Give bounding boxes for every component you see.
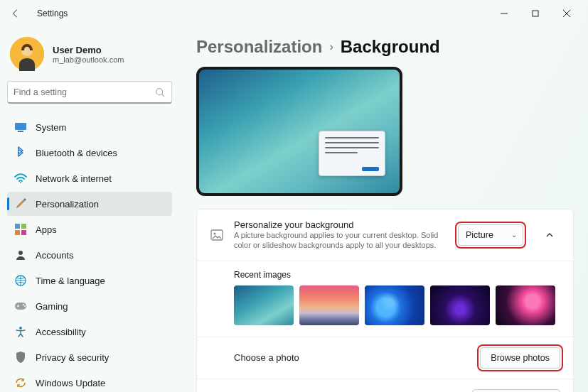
back-button[interactable] [6,4,26,23]
svg-rect-1 [533,11,538,16]
svg-rect-9 [18,131,23,132]
chevron-down-icon: ⌄ [511,231,517,239]
sidebar-item-network[interactable]: Network & internet [7,166,172,190]
close-button[interactable] [551,3,582,24]
wifi-icon [14,172,27,185]
dropdown-value: Picture [466,230,493,240]
sidebar-item-system[interactable]: System [7,115,172,139]
picture-icon [210,228,224,242]
accessibility-icon [14,325,27,338]
personalize-title: Personalize your background [234,219,448,230]
svg-line-7 [162,94,165,97]
breadcrumb: Personalization › Background [196,37,574,57]
recent-images-panel: Recent images [197,261,573,337]
sidebar-item-label: Gaming [36,301,68,312]
background-type-dropdown[interactable]: Picture ⌄ [458,224,523,246]
recent-image-thumb[interactable] [496,285,555,325]
sidebar-item-label: Network & internet [36,173,112,184]
browse-photos-button[interactable]: Browse photos [480,347,560,369]
collapse-button[interactable] [539,224,560,246]
system-icon [14,121,27,134]
breadcrumb-parent[interactable]: Personalization [196,37,322,57]
sidebar-item-apps[interactable]: Apps [7,217,172,241]
choose-fit-row: Choose a fit for your desktop image Fill… [197,379,573,392]
svg-rect-14 [21,230,26,235]
fit-dropdown[interactable]: Fill ⌄ [472,389,560,392]
sidebar-item-bluetooth[interactable]: Bluetooth & devices [7,141,172,165]
svg-rect-13 [15,230,20,235]
sidebar-item-personalization[interactable]: Personalization [7,192,172,216]
sidebar-item-label: Personalization [36,199,99,209]
user-name: User Demo [53,45,124,55]
avatar [10,37,44,71]
background-settings-card: Personalize your background A picture ba… [196,209,574,392]
globe-clock-icon [14,274,27,287]
recent-image-thumb[interactable] [365,285,424,325]
personalize-background-row: Personalize your background A picture ba… [197,209,573,261]
sidebar-item-label: Accounts [36,250,73,261]
browse-photos-label: Browse photos [491,353,550,363]
sidebar-item-accounts[interactable]: Accounts [7,243,172,267]
svg-rect-12 [21,224,26,229]
sidebar-item-label: System [36,122,66,133]
privacy-icon [14,351,27,364]
windows-update-icon [14,376,27,389]
breadcrumb-current: Background [341,37,440,57]
nav-list: System Bluetooth & devices Network & int… [7,115,172,392]
desktop-preview [196,67,402,196]
sidebar-item-label: Windows Update [36,378,105,388]
sidebar-item-label: Privacy & security [36,352,109,363]
maximize-button[interactable] [520,3,551,24]
bluetooth-icon [14,146,27,159]
svg-point-22 [214,232,216,234]
minimize-icon [501,10,508,17]
preview-window-icon [319,131,385,176]
sidebar-item-label: Apps [36,224,57,235]
chevron-right-icon: › [329,40,333,53]
svg-point-10 [20,182,21,183]
recent-image-thumb[interactable] [299,285,359,325]
choose-photo-label: Choose a photo [234,352,480,363]
search-field[interactable] [14,87,154,97]
recent-images-title: Recent images [234,270,560,280]
paintbrush-icon [14,197,27,210]
sidebar-item-label: Time & language [36,276,105,286]
content-area: Personalization › Background Personalize… [176,27,588,392]
svg-rect-11 [15,224,20,229]
search-input[interactable] [7,81,172,104]
recent-image-thumb[interactable] [430,285,490,325]
svg-point-18 [23,304,24,305]
sidebar-item-gaming[interactable]: Gaming [7,294,172,318]
choose-photo-row: Choose a photo Browse photos [197,337,573,379]
recent-images-list [234,285,560,325]
apps-icon [14,223,27,236]
gaming-icon [14,300,27,312]
personalize-subtitle: A picture background applies to your cur… [234,230,448,251]
sidebar-item-accessibility[interactable]: Accessibility [7,320,172,344]
svg-point-19 [24,305,26,307]
sidebar-item-privacy[interactable]: Privacy & security [7,345,172,369]
sidebar-item-label: Accessibility [36,327,86,337]
maximize-icon [532,10,539,17]
avatar-icon [10,37,44,71]
user-header[interactable]: User Demo m_lab@outlook.com [7,33,172,81]
svg-rect-8 [15,123,26,130]
sidebar: User Demo m_lab@outlook.com System Bluet… [0,27,176,392]
minimize-button[interactable] [488,3,520,24]
chevron-up-icon [545,231,554,239]
window-title: Settings [37,9,68,18]
svg-point-15 [18,251,23,255]
sidebar-item-label: Bluetooth & devices [36,148,117,158]
titlebar: Settings [0,0,588,27]
svg-point-6 [156,88,163,94]
arrow-left-icon [11,9,21,18]
user-email: m_lab@outlook.com [53,55,124,64]
recent-image-thumb[interactable] [234,285,294,325]
sidebar-item-time-language[interactable]: Time & language [7,268,172,293]
close-icon [563,10,570,17]
sidebar-item-windows-update[interactable]: Windows Update [7,371,172,392]
search-icon [154,87,166,98]
svg-point-20 [19,327,22,330]
accounts-icon [14,249,27,261]
